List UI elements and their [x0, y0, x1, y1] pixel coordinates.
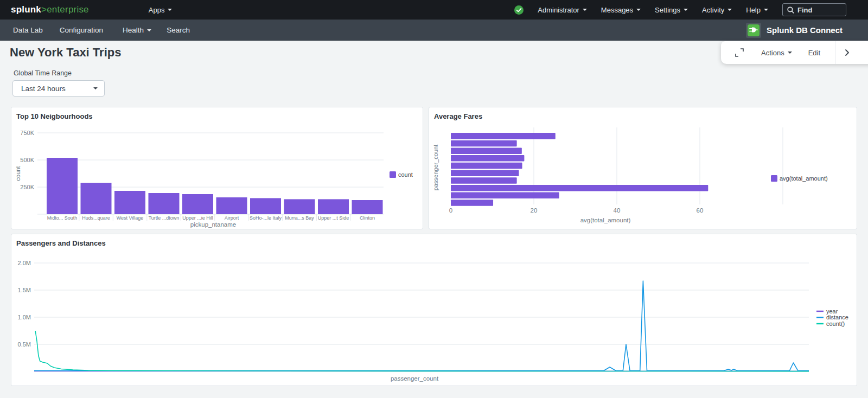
- caret-down-icon: [583, 9, 587, 13]
- svg-text:passenger_count: passenger_count: [432, 145, 439, 190]
- appbar-item-data-lab[interactable]: Data Lab: [13, 26, 43, 34]
- average-fares-bar-chart[interactable]: 0204060avg(total_amount)passenger_counta…: [429, 123, 858, 229]
- panel-average-fares: Average Fares 0204060avg(total_amount)pa…: [429, 107, 857, 229]
- menu-help[interactable]: Help: [746, 6, 768, 14]
- actions-button[interactable]: Actions: [761, 49, 792, 57]
- appbar-item-label: Health: [123, 26, 144, 34]
- svg-text:20: 20: [531, 207, 538, 214]
- caret-down-icon: [727, 9, 732, 13]
- toolbar-divider: [835, 41, 835, 64]
- logo-separator: >: [41, 4, 47, 15]
- logo-brand: splunk: [11, 4, 41, 15]
- chevron-right-icon[interactable]: [845, 49, 850, 56]
- svg-text:250K: 250K: [20, 184, 34, 190]
- svg-text:West Village: West Village: [117, 215, 144, 221]
- time-range-value: Last 24 hours: [21, 85, 66, 93]
- svg-text:60: 60: [697, 207, 704, 214]
- logo-product: enterprise: [47, 4, 89, 15]
- find-input[interactable]: [797, 6, 841, 14]
- find-search-box[interactable]: [782, 3, 846, 16]
- svg-text:count(): count(): [826, 320, 845, 327]
- menu-settings[interactable]: Settings: [655, 6, 688, 14]
- svg-text:750K: 750K: [20, 130, 34, 136]
- svg-text:distance: distance: [826, 314, 848, 320]
- chart-title: Passengers and Distances: [11, 234, 857, 247]
- appbar-item-label: Data Lab: [13, 26, 43, 34]
- svg-text:Airport: Airport: [225, 215, 239, 221]
- menu-messages[interactable]: Messages: [601, 6, 641, 14]
- svg-text:count: count: [398, 171, 413, 178]
- svg-text:0.5M: 0.5M: [18, 341, 31, 348]
- top10-bar-chart[interactable]: 250K500K750KMidto... SouthHuds...quareWe…: [11, 123, 424, 229]
- menu-apps[interactable]: Apps: [149, 6, 173, 14]
- svg-text:SoHo-...le Italy: SoHo-...le Italy: [250, 215, 282, 221]
- menu-activity[interactable]: Activity: [702, 6, 732, 14]
- caret-down-icon: [636, 9, 641, 13]
- svg-text:avg(total_amount): avg(total_amount): [580, 217, 631, 223]
- menu-administrator[interactable]: Administrator: [538, 6, 587, 14]
- menu-settings-label: Settings: [655, 6, 680, 14]
- svg-text:Upper ...ie Hill: Upper ...ie Hill: [182, 215, 213, 221]
- appbar-item-health[interactable]: Health: [123, 26, 151, 34]
- time-range-label: Global Time Range: [14, 69, 72, 77]
- expand-icon[interactable]: [735, 48, 744, 57]
- health-check-icon[interactable]: [514, 5, 524, 15]
- panel-passengers-distances: Passengers and Distances 0.5M1.0M1.5M2.0…: [11, 234, 857, 386]
- app-title: Splunk DB Connect: [767, 25, 843, 35]
- actions-button-label: Actions: [761, 49, 784, 57]
- svg-text:40: 40: [614, 207, 621, 214]
- svg-text:Upper ...t Side: Upper ...t Side: [318, 215, 349, 221]
- caret-down-icon: [764, 9, 768, 13]
- appbar-item-configuration[interactable]: Configuration: [60, 26, 103, 34]
- caret-down-icon: [684, 9, 688, 13]
- splunk-logo[interactable]: splunk>enterprise: [11, 4, 89, 15]
- svg-text:Murra...s Bay: Murra...s Bay: [285, 215, 314, 221]
- appbar-item-search[interactable]: Search: [167, 26, 190, 34]
- menu-help-label: Help: [746, 6, 761, 14]
- chart-title: Average Fares: [429, 107, 857, 120]
- dashboard-toolbar: Actions Edit: [721, 41, 868, 64]
- svg-text:count: count: [15, 166, 21, 181]
- svg-text:Turtle ...dtown: Turtle ...dtown: [149, 215, 180, 221]
- caret-down-icon: [93, 87, 98, 92]
- caret-down-icon: [147, 29, 151, 34]
- time-range-select[interactable]: Last 24 hours: [12, 80, 105, 97]
- svg-text:Huds...quare: Huds...quare: [82, 215, 110, 221]
- svg-text:1.5M: 1.5M: [18, 287, 31, 293]
- menu-activity-label: Activity: [702, 6, 724, 14]
- menu-administrator-label: Administrator: [538, 6, 579, 14]
- svg-text:year: year: [826, 308, 838, 314]
- top-navbar: splunk>enterprise Apps Administrator Mes…: [0, 0, 868, 20]
- page-title: New York Taxi Trips: [10, 46, 121, 60]
- panel-top10-neighbourhoods: Top 10 Neigbourhoods 250K500K750KMidto..…: [11, 107, 423, 229]
- svg-text:Midto... South: Midto... South: [47, 215, 78, 221]
- app-navbar: Data Lab Configuration Health Search Spl…: [0, 20, 868, 41]
- svg-text:Clinton: Clinton: [360, 215, 375, 221]
- edit-button[interactable]: Edit: [808, 49, 820, 57]
- db-connect-plug-icon[interactable]: [746, 23, 761, 38]
- menu-messages-label: Messages: [601, 6, 633, 14]
- svg-text:avg(total_amount): avg(total_amount): [780, 175, 828, 182]
- appbar-item-label: Configuration: [60, 26, 103, 34]
- chart-title: Top 10 Neigbourhoods: [11, 107, 423, 120]
- svg-text:0: 0: [449, 207, 452, 214]
- passengers-distances-line-chart[interactable]: 0.5M1.0M1.5M2.0Mpassenger_countyeardista…: [11, 247, 858, 386]
- svg-text:2.0M: 2.0M: [18, 260, 31, 266]
- svg-text:passenger_count: passenger_count: [391, 375, 439, 382]
- search-icon: [787, 7, 794, 14]
- menu-apps-label: Apps: [149, 6, 165, 14]
- svg-text:1.0M: 1.0M: [18, 314, 31, 320]
- svg-text:500K: 500K: [20, 157, 34, 163]
- appbar-item-label: Search: [167, 26, 190, 34]
- caret-down-icon: [168, 9, 172, 13]
- svg-text:pickup_ntaname: pickup_ntaname: [190, 221, 236, 228]
- caret-down-icon: [788, 52, 792, 56]
